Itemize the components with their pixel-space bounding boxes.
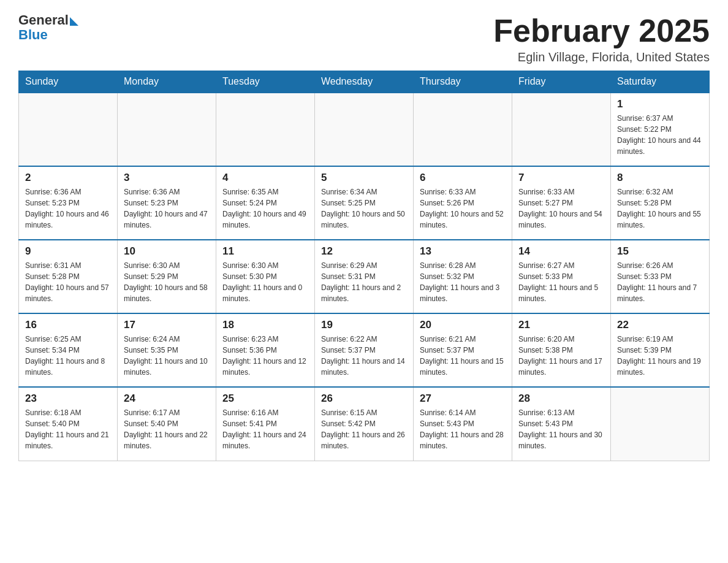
day-info: Sunrise: 6:37 AMSunset: 5:22 PMDaylight:…	[617, 113, 703, 157]
calendar-cell: 4Sunrise: 6:35 AMSunset: 5:24 PMDaylight…	[216, 166, 315, 240]
header-saturday: Saturday	[611, 71, 710, 93]
day-number: 9	[25, 245, 111, 258]
day-info: Sunrise: 6:29 AMSunset: 5:31 PMDaylight:…	[321, 260, 407, 304]
header-tuesday: Tuesday	[216, 71, 315, 93]
day-info: Sunrise: 6:32 AMSunset: 5:28 PMDaylight:…	[617, 186, 703, 231]
calendar-cell: 12Sunrise: 6:29 AMSunset: 5:31 PMDayligh…	[315, 240, 414, 313]
day-info: Sunrise: 6:13 AMSunset: 5:43 PMDaylight:…	[518, 407, 604, 451]
calendar-cell: 14Sunrise: 6:27 AMSunset: 5:33 PMDayligh…	[512, 240, 611, 313]
calendar-cell: 2Sunrise: 6:36 AMSunset: 5:23 PMDaylight…	[19, 166, 118, 240]
week-row-3: 9Sunrise: 6:31 AMSunset: 5:28 PMDaylight…	[19, 240, 710, 313]
calendar-cell: 3Sunrise: 6:36 AMSunset: 5:23 PMDaylight…	[118, 166, 216, 240]
day-number: 12	[321, 245, 407, 258]
day-number: 18	[222, 319, 308, 331]
day-info: Sunrise: 6:33 AMSunset: 5:26 PMDaylight:…	[420, 186, 506, 231]
calendar-cell: 10Sunrise: 6:30 AMSunset: 5:29 PMDayligh…	[118, 240, 216, 313]
day-info: Sunrise: 6:23 AMSunset: 5:36 PMDaylight:…	[222, 334, 308, 378]
day-info: Sunrise: 6:15 AMSunset: 5:42 PMDaylight:…	[321, 407, 407, 451]
calendar-cell: 22Sunrise: 6:19 AMSunset: 5:39 PMDayligh…	[611, 313, 710, 387]
calendar-cell	[216, 93, 315, 166]
logo-arrow-icon	[70, 17, 78, 26]
day-info: Sunrise: 6:25 AMSunset: 5:34 PMDaylight:…	[25, 334, 111, 378]
week-row-1: 1Sunrise: 6:37 AMSunset: 5:22 PMDaylight…	[19, 93, 710, 166]
header-wednesday: Wednesday	[315, 71, 414, 93]
day-number: 27	[420, 393, 506, 405]
day-number: 5	[321, 172, 407, 184]
calendar-cell: 23Sunrise: 6:18 AMSunset: 5:40 PMDayligh…	[19, 387, 118, 461]
day-number: 19	[321, 319, 407, 331]
day-info: Sunrise: 6:33 AMSunset: 5:27 PMDaylight:…	[518, 186, 604, 231]
title-area: February 2025 Eglin Village, Florida, Un…	[493, 12, 710, 64]
day-info: Sunrise: 6:17 AMSunset: 5:40 PMDaylight:…	[124, 407, 210, 451]
calendar-cell: 20Sunrise: 6:21 AMSunset: 5:37 PMDayligh…	[414, 313, 512, 387]
calendar-table: Sunday Monday Tuesday Wednesday Thursday…	[18, 71, 710, 461]
day-number: 10	[124, 245, 210, 258]
calendar-cell	[118, 93, 216, 166]
day-info: Sunrise: 6:24 AMSunset: 5:35 PMDaylight:…	[124, 334, 210, 378]
page-header: General Blue February 2025 Eglin Village…	[18, 12, 710, 64]
day-info: Sunrise: 6:14 AMSunset: 5:43 PMDaylight:…	[420, 407, 506, 451]
day-info: Sunrise: 6:36 AMSunset: 5:23 PMDaylight:…	[25, 186, 111, 231]
day-number: 17	[124, 319, 210, 331]
calendar-cell: 17Sunrise: 6:24 AMSunset: 5:35 PMDayligh…	[118, 313, 216, 387]
day-info: Sunrise: 6:30 AMSunset: 5:30 PMDaylight:…	[222, 260, 308, 304]
day-number: 14	[518, 245, 604, 258]
day-number: 11	[222, 245, 308, 258]
day-number: 8	[617, 172, 703, 184]
calendar-cell: 6Sunrise: 6:33 AMSunset: 5:26 PMDaylight…	[414, 166, 512, 240]
calendar-cell: 13Sunrise: 6:28 AMSunset: 5:32 PMDayligh…	[414, 240, 512, 313]
calendar-cell: 16Sunrise: 6:25 AMSunset: 5:34 PMDayligh…	[19, 313, 118, 387]
calendar-cell: 24Sunrise: 6:17 AMSunset: 5:40 PMDayligh…	[118, 387, 216, 461]
day-info: Sunrise: 6:36 AMSunset: 5:23 PMDaylight:…	[124, 186, 210, 231]
header-friday: Friday	[512, 71, 611, 93]
day-info: Sunrise: 6:16 AMSunset: 5:41 PMDaylight:…	[222, 407, 308, 451]
calendar-cell: 18Sunrise: 6:23 AMSunset: 5:36 PMDayligh…	[216, 313, 315, 387]
calendar-cell	[315, 93, 414, 166]
calendar-cell: 5Sunrise: 6:34 AMSunset: 5:25 PMDaylight…	[315, 166, 414, 240]
location-subtitle: Eglin Village, Florida, United States	[493, 50, 710, 64]
day-info: Sunrise: 6:28 AMSunset: 5:32 PMDaylight:…	[420, 260, 506, 304]
day-info: Sunrise: 6:31 AMSunset: 5:28 PMDaylight:…	[25, 260, 111, 304]
day-info: Sunrise: 6:30 AMSunset: 5:29 PMDaylight:…	[124, 260, 210, 304]
calendar-cell: 26Sunrise: 6:15 AMSunset: 5:42 PMDayligh…	[315, 387, 414, 461]
calendar-cell	[414, 93, 512, 166]
calendar-cell: 21Sunrise: 6:20 AMSunset: 5:38 PMDayligh…	[512, 313, 611, 387]
calendar-cell: 1Sunrise: 6:37 AMSunset: 5:22 PMDaylight…	[611, 93, 710, 166]
calendar-cell	[19, 93, 118, 166]
logo: General Blue	[18, 12, 78, 43]
week-row-4: 16Sunrise: 6:25 AMSunset: 5:34 PMDayligh…	[19, 313, 710, 387]
day-number: 7	[518, 172, 604, 184]
day-number: 24	[124, 393, 210, 405]
calendar-cell: 8Sunrise: 6:32 AMSunset: 5:28 PMDaylight…	[611, 166, 710, 240]
week-row-2: 2Sunrise: 6:36 AMSunset: 5:23 PMDaylight…	[19, 166, 710, 240]
day-number: 21	[518, 319, 604, 331]
month-title: February 2025	[493, 12, 710, 49]
day-info: Sunrise: 6:20 AMSunset: 5:38 PMDaylight:…	[518, 334, 604, 378]
day-number: 23	[25, 393, 111, 405]
day-info: Sunrise: 6:35 AMSunset: 5:24 PMDaylight:…	[222, 186, 308, 231]
calendar-cell: 9Sunrise: 6:31 AMSunset: 5:28 PMDaylight…	[19, 240, 118, 313]
day-number: 16	[25, 319, 111, 331]
day-info: Sunrise: 6:34 AMSunset: 5:25 PMDaylight:…	[321, 186, 407, 231]
calendar-cell: 11Sunrise: 6:30 AMSunset: 5:30 PMDayligh…	[216, 240, 315, 313]
day-number: 15	[617, 245, 703, 258]
day-info: Sunrise: 6:18 AMSunset: 5:40 PMDaylight:…	[25, 407, 111, 451]
day-number: 20	[420, 319, 506, 331]
calendar-cell: 28Sunrise: 6:13 AMSunset: 5:43 PMDayligh…	[512, 387, 611, 461]
header-monday: Monday	[118, 71, 216, 93]
calendar-cell	[611, 387, 710, 461]
day-info: Sunrise: 6:19 AMSunset: 5:39 PMDaylight:…	[617, 334, 703, 378]
day-number: 28	[518, 393, 604, 405]
calendar-cell	[512, 93, 611, 166]
week-row-5: 23Sunrise: 6:18 AMSunset: 5:40 PMDayligh…	[19, 387, 710, 461]
day-number: 3	[124, 172, 210, 184]
header-thursday: Thursday	[414, 71, 512, 93]
day-info: Sunrise: 6:21 AMSunset: 5:37 PMDaylight:…	[420, 334, 506, 378]
calendar-cell: 7Sunrise: 6:33 AMSunset: 5:27 PMDaylight…	[512, 166, 611, 240]
calendar-cell: 25Sunrise: 6:16 AMSunset: 5:41 PMDayligh…	[216, 387, 315, 461]
day-info: Sunrise: 6:26 AMSunset: 5:33 PMDaylight:…	[617, 260, 703, 304]
calendar-cell: 27Sunrise: 6:14 AMSunset: 5:43 PMDayligh…	[414, 387, 512, 461]
logo-general-text: General	[18, 12, 69, 28]
day-number: 1	[617, 98, 703, 110]
header-sunday: Sunday	[19, 71, 118, 93]
